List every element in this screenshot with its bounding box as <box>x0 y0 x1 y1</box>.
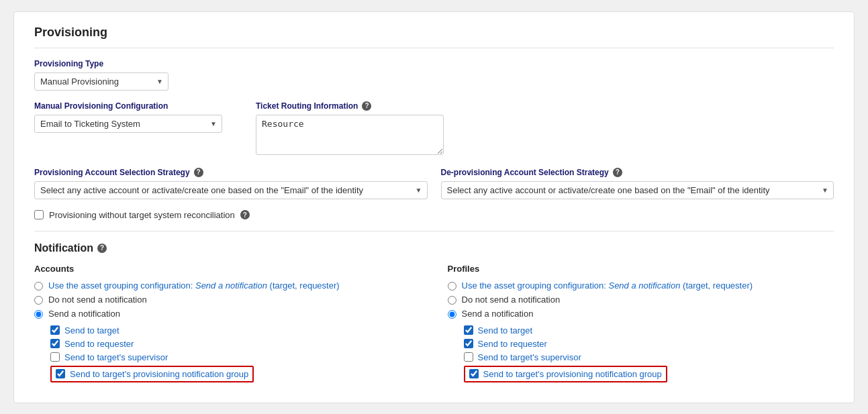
provisioning-strategy-help-icon[interactable]: ? <box>194 168 203 177</box>
profiles-check-target: Send to target <box>464 325 834 335</box>
accounts-provisioning-group-highlighted: Send to target's provisioning notificati… <box>50 366 254 382</box>
provisioning-type-label: Provisioning Type <box>34 59 834 68</box>
accounts-check-supervisor: Send to target's supervisor <box>50 352 421 362</box>
deprovisioning-strategy-help-icon[interactable]: ? <box>613 168 622 177</box>
section-divider <box>34 231 834 231</box>
accounts-provisioning-group-label: Send to target's provisioning notificati… <box>70 369 248 379</box>
accounts-radio-nosend-input[interactable] <box>34 296 43 305</box>
provisioning-strategy-wrapper: Select any active account or activate/cr… <box>34 181 428 199</box>
accounts-check-requester: Send to requester <box>50 339 421 349</box>
profiles-column: Profiles Use the asset grouping configur… <box>448 264 834 382</box>
accounts-supervisor-checkbox[interactable] <box>50 352 60 362</box>
profiles-title: Profiles <box>448 264 834 274</box>
provisioning-strategy-col: Provisioning Account Selection Strategy … <box>34 168 428 199</box>
accounts-title: Accounts <box>34 264 421 274</box>
accounts-column: Accounts Use the asset grouping configur… <box>34 264 421 382</box>
accounts-highlighted-wrapper: Send to target's provisioning notificati… <box>50 366 421 382</box>
profiles-radio-asset-label: Use the asset grouping configuration: Se… <box>462 280 753 291</box>
profiles-radio-group: Use the asset grouping configuration: Se… <box>448 280 834 319</box>
manual-config-col: Manual Provisioning Configuration Email … <box>34 101 242 157</box>
accounts-requester-checkbox[interactable] <box>50 339 60 348</box>
profiles-check-supervisor: Send to target's supervisor <box>464 352 834 362</box>
accounts-target-checkbox[interactable] <box>50 325 60 335</box>
accounts-checkboxes: Send to target Send to requester Send to… <box>50 325 421 382</box>
reconciliation-label: Provisioning without target system recon… <box>49 210 235 220</box>
profiles-radio-send-label: Send a notification <box>462 309 534 319</box>
profiles-radio-nosend: Do not send a notification <box>448 295 834 305</box>
main-container: Provisioning Provisioning Type Manual Pr… <box>13 11 855 403</box>
accounts-check-target: Send to target <box>50 325 421 335</box>
profiles-radio-nosend-label: Do not send a notification <box>462 295 561 305</box>
ticket-routing-label: Ticket Routing Information ? <box>256 101 444 111</box>
accounts-radio-nosend: Do not send a notification <box>34 295 421 305</box>
manual-config-wrapper: Email to Ticketing System ▼ <box>34 115 222 133</box>
profiles-highlighted-wrapper: Send to target's provisioning notificati… <box>464 366 834 382</box>
profiles-requester-checkbox[interactable] <box>464 339 473 348</box>
provisioning-type-select[interactable]: Manual Provisioning <box>34 72 168 91</box>
accounts-target-label: Send to target <box>64 325 119 335</box>
strategy-row: Provisioning Account Selection Strategy … <box>34 168 834 199</box>
reconciliation-help-icon[interactable]: ? <box>240 210 250 219</box>
profiles-target-label: Send to target <box>478 325 533 335</box>
reconciliation-row: Provisioning without target system recon… <box>34 210 834 220</box>
profiles-provisioning-group-label: Send to target's provisioning notificati… <box>483 369 662 379</box>
profiles-checkboxes: Send to target Send to requester Send to… <box>464 325 834 382</box>
profiles-requester-label: Send to requester <box>478 339 547 349</box>
provisioning-type-wrapper: Manual Provisioning ▼ <box>34 72 168 91</box>
notification-help-icon[interactable]: ? <box>97 244 107 253</box>
profiles-provisioning-group-checkbox[interactable] <box>469 369 479 378</box>
provisioning-strategy-label: Provisioning Account Selection Strategy … <box>34 168 428 177</box>
profiles-radio-asset: Use the asset grouping configuration: Se… <box>448 280 834 291</box>
accounts-radio-asset-label: Use the asset grouping configuration: Se… <box>48 280 340 291</box>
accounts-radio-asset-input[interactable] <box>34 282 43 291</box>
accounts-requester-label: Send to requester <box>64 339 134 349</box>
provisioning-type-section: Provisioning Type Manual Provisioning ▼ <box>34 59 834 91</box>
page-title: Provisioning <box>34 25 834 48</box>
profiles-target-checkbox[interactable] <box>464 325 473 335</box>
ticket-routing-help-icon[interactable]: ? <box>362 101 371 111</box>
accounts-provisioning-group-checkbox[interactable] <box>56 369 65 378</box>
notification-title: Notification ? <box>34 242 834 254</box>
profiles-supervisor-checkbox[interactable] <box>464 352 473 362</box>
config-row: Manual Provisioning Configuration Email … <box>34 101 834 157</box>
manual-config-label: Manual Provisioning Configuration <box>34 101 242 111</box>
accounts-radio-send-input[interactable] <box>34 310 43 319</box>
deprovisioning-strategy-col: De-provisioning Account Selection Strate… <box>441 168 834 199</box>
profiles-radio-send-input[interactable] <box>448 310 456 319</box>
manual-config-select[interactable]: Email to Ticketing System <box>34 115 222 133</box>
provisioning-strategy-select[interactable]: Select any active account or activate/cr… <box>34 181 428 199</box>
accounts-radio-group: Use the asset grouping configuration: Se… <box>34 280 421 319</box>
profiles-supervisor-label: Send to target's supervisor <box>478 352 581 362</box>
profiles-provisioning-group-highlighted: Send to target's provisioning notificati… <box>464 366 667 382</box>
accounts-supervisor-label: Send to target's supervisor <box>64 352 168 362</box>
deprovisioning-strategy-wrapper: Select any active account or activate/cr… <box>441 181 834 199</box>
profiles-radio-send: Send a notification <box>448 309 834 319</box>
ticket-routing-input[interactable]: Resource <box>256 115 444 155</box>
accounts-radio-send: Send a notification <box>34 309 421 319</box>
accounts-radio-asset: Use the asset grouping configuration: Se… <box>34 280 421 291</box>
profiles-check-requester: Send to requester <box>464 339 834 349</box>
reconciliation-checkbox[interactable] <box>34 210 44 219</box>
accounts-radio-nosend-label: Do not send a notification <box>48 295 147 305</box>
deprovisioning-strategy-label: De-provisioning Account Selection Strate… <box>441 168 834 177</box>
profiles-radio-nosend-input[interactable] <box>448 296 456 305</box>
ticket-routing-col: Ticket Routing Information ? Resource <box>256 101 444 157</box>
profiles-radio-asset-input[interactable] <box>448 282 456 291</box>
notification-columns: Accounts Use the asset grouping configur… <box>34 264 834 382</box>
accounts-radio-send-label: Send a notification <box>48 309 120 319</box>
deprovisioning-strategy-select[interactable]: Select any active account or activate/cr… <box>441 181 834 199</box>
